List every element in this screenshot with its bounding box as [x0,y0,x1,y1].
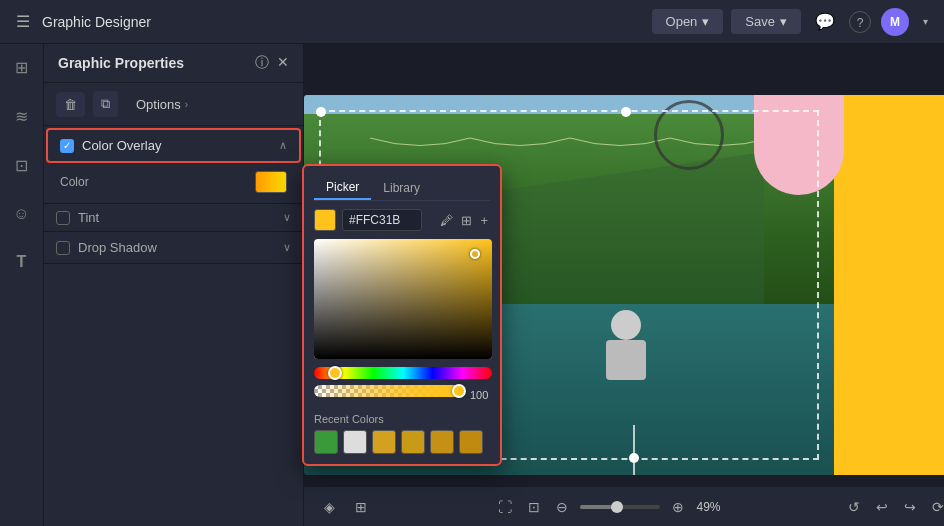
tint-section: Tint ∨ [44,204,303,232]
drop-shadow-checkbox[interactable] [56,241,70,255]
crop-icon[interactable]: ⊡ [524,495,544,519]
recent-colors-section: Recent Colors [314,413,490,454]
drop-shadow-label: Drop Shadow [78,240,275,255]
topbar-right: 💬 ? M ▾ [811,8,932,36]
tint-checkbox[interactable] [56,211,70,225]
grid-bottom-icon[interactable]: ⊞ [351,495,371,519]
main-area: ⊞ ≋ ⊡ ☺ T Graphic Properties ⓘ ✕ 🗑 ⧉ Opt… [0,44,944,526]
menu-icon[interactable]: ☰ [12,8,34,35]
zoom-slider[interactable] [580,505,660,509]
drop-shadow-row: Drop Shadow ∨ [44,232,303,263]
tint-row: Tint ∨ [44,204,303,231]
color-row: Color [44,165,303,203]
recent-swatches [314,430,490,454]
recent-swatch-3[interactable] [372,430,396,454]
picker-icon-btns: 🖉 ⊞ + [438,211,490,230]
tab-picker[interactable]: Picker [314,176,371,200]
bottom-right: ↺ ↩ ↪ ⟳ [844,495,944,519]
side-panel: Graphic Properties ⓘ ✕ 🗑 ⧉ Options › ✓ C… [44,44,304,526]
panel-header-icons: ⓘ ✕ [255,54,289,72]
layers-tool-icon[interactable]: ≋ [9,101,34,132]
undo-icon[interactable]: ↩ [872,495,892,519]
hex-row: 🖉 ⊞ + [314,209,490,231]
checkmark-icon: ✓ [63,140,71,151]
panel-title: Graphic Properties [58,55,184,71]
bottom-left: ◈ ⊞ [320,495,371,519]
gradient-canvas[interactable] [314,239,492,359]
color-overlay-header[interactable]: ✓ Color Overlay ∧ [46,128,301,163]
zoom-slider-thumb[interactable] [611,501,623,513]
alpha-row: 100 [314,385,490,405]
options-chevron-icon: › [185,99,188,110]
topbar-center: Open ▾ Save ▾ [652,9,801,34]
redo-icon[interactable]: ↪ [900,495,920,519]
options-button[interactable]: Options › [126,92,198,117]
topbar: ☰ Graphic Designer Open ▾ Save ▾ 💬 ? M ▾ [0,0,944,44]
picker-handle[interactable] [470,249,480,259]
color-overlay-section: ✓ Color Overlay ∧ Color [44,126,303,204]
tab-library[interactable]: Library [371,176,432,200]
hue-thumb [328,366,342,380]
recent-swatch-2[interactable] [343,430,367,454]
app-title: Graphic Designer [42,14,151,30]
drop-shadow-section: Drop Shadow ∨ [44,232,303,264]
hue-slider[interactable] [314,367,492,379]
hex-swatch[interactable] [314,209,336,231]
bottom-toolbar: ◈ ⊞ ⛶ ⊡ ⊖ ⊕ 49% ↺ ↩ ↪ ⟳ [304,486,944,526]
delete-button[interactable]: 🗑 [56,92,85,117]
history-icon[interactable]: ⟳ [928,495,944,519]
alpha-track [314,385,464,397]
yellow-overlay [834,95,944,475]
selection-line [633,425,635,475]
recent-swatch-1[interactable] [314,430,338,454]
drop-shadow-chevron-icon: ∨ [283,241,291,254]
add-color-icon[interactable]: + [478,211,490,230]
open-button[interactable]: Open ▾ [652,9,724,34]
zoom-in-icon[interactable]: ⊕ [668,495,688,519]
text-tool-icon[interactable]: T [11,247,33,277]
gradient-canvas-inner [314,239,492,359]
picker-tabs: Picker Library [314,176,490,201]
help-icon[interactable]: ? [849,11,871,33]
shape-tool-icon[interactable]: ⊡ [9,150,34,181]
recent-swatch-5[interactable] [430,430,454,454]
avatar[interactable]: M [881,8,909,36]
color-label: Color [60,175,89,189]
close-icon[interactable]: ✕ [277,54,289,72]
people-tool-icon[interactable]: ☺ [7,199,35,229]
alpha-value: 100 [470,389,488,401]
layers-bottom-icon[interactable]: ◈ [320,495,339,519]
panel-toolbar: 🗑 ⧉ Options › [44,83,303,126]
scene-person [601,310,651,380]
recent-colors-label: Recent Colors [314,413,490,425]
selection-handle-tm[interactable] [621,107,631,117]
alpha-slider[interactable] [314,385,464,397]
save-button[interactable]: Save ▾ [731,9,801,34]
expand-icon[interactable]: ⛶ [494,495,516,519]
hex-input[interactable] [342,209,422,231]
color-overlay-checkbox[interactable]: ✓ [60,139,74,153]
color-overlay-chevron-icon: ∧ [279,139,287,152]
avatar-chevron-icon[interactable]: ▾ [919,12,932,31]
tint-label: Tint [78,210,275,225]
message-icon[interactable]: 💬 [811,8,839,35]
grid-tool-icon[interactable]: ⊞ [9,52,34,83]
color-overlay-label: Color Overlay [82,138,271,153]
topbar-left: ☰ Graphic Designer [12,8,642,35]
recent-swatch-6[interactable] [459,430,483,454]
tint-chevron-icon: ∨ [283,211,291,224]
color-swatch[interactable] [255,171,287,193]
recent-swatch-4[interactable] [401,430,425,454]
bottom-center: ⛶ ⊡ ⊖ ⊕ 49% [494,495,720,519]
zoom-value: 49% [696,500,720,514]
grid-picker-icon[interactable]: ⊞ [459,211,474,230]
zoom-out-icon[interactable]: ⊖ [552,495,572,519]
refresh-icon[interactable]: ↺ [844,495,864,519]
eyedropper-icon[interactable]: 🖉 [438,211,455,230]
info-icon[interactable]: ⓘ [255,54,269,72]
panel-header: Graphic Properties ⓘ ✕ [44,44,303,83]
alpha-thumb [452,384,466,398]
color-picker-popup: Picker Library 🖉 ⊞ + [302,164,502,466]
duplicate-button[interactable]: ⧉ [93,91,118,117]
selection-handle-tl[interactable] [316,107,326,117]
